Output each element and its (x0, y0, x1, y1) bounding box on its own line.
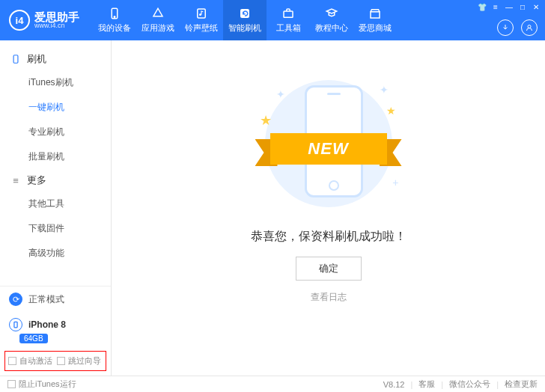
group-title: 更多 (27, 174, 46, 187)
phone-icon (10, 54, 21, 64)
flash-icon (238, 7, 252, 20)
nav-tutorials[interactable]: 教程中心 (310, 0, 353, 40)
nav-label: 教程中心 (315, 22, 348, 34)
nav-store[interactable]: 爱思商城 (353, 0, 397, 40)
more-icon: ≡ (10, 175, 21, 186)
svg-rect-8 (13, 55, 18, 64)
checkbox-label: 跳过向导 (68, 355, 101, 367)
footer-link-support[interactable]: 客服 (418, 379, 435, 390)
svg-point-1 (114, 16, 115, 18)
version-label: V8.12 (383, 380, 405, 389)
maximize-button[interactable]: □ (517, 1, 529, 13)
view-log-link[interactable]: 查看日志 (311, 291, 347, 304)
sidebar: 刷机 iTunes刷机 一键刷机 专业刷机 批量刷机 ≡ 更多 其他工具 下载固… (0, 40, 112, 376)
sidebar-group-flash[interactable]: 刷机 (0, 48, 111, 70)
nav-ringtones[interactable]: 铃声壁纸 (180, 0, 223, 40)
checkbox-label: 自动激活 (19, 355, 52, 367)
group-title: 刷机 (27, 52, 46, 66)
nav-flash[interactable]: 智能刷机 (223, 0, 267, 40)
tutorial-icon (325, 7, 338, 20)
mode-icon: ⟳ (9, 293, 22, 306)
bottom-checks-highlight: 自动激活 跳过向导 (4, 351, 106, 371)
apps-icon (151, 7, 165, 20)
nav-toolbox[interactable]: 工具箱 (267, 0, 310, 40)
auto-activate-checkbox[interactable]: 自动激活 (8, 355, 52, 367)
sidebar-group-more[interactable]: ≡ 更多 (0, 169, 111, 192)
app-name: 爱思助手 (34, 11, 79, 22)
toolbox-icon (281, 7, 295, 20)
svg-point-7 (528, 25, 531, 28)
header-right-icons (497, 19, 538, 36)
sidebar-item-advanced[interactable]: 高级功能 (0, 241, 111, 266)
svg-rect-9 (14, 322, 17, 328)
sidebar-item-download-firmware[interactable]: 下载固件 (0, 216, 111, 241)
user-icon[interactable] (521, 19, 538, 36)
device-small-icon (9, 318, 22, 331)
menu-icon[interactable]: ≡ (490, 1, 502, 13)
sidebar-item-oneclick-flash[interactable]: 一键刷机 (0, 95, 111, 120)
nav-label: 爱思商城 (359, 22, 392, 34)
mode-label: 正常模式 (28, 293, 64, 306)
nav-label: 我的设备 (98, 22, 131, 34)
device-icon (108, 7, 121, 20)
app-url: www.i4.cn (34, 22, 79, 29)
confirm-button[interactable]: 确定 (296, 257, 362, 281)
sidebar-item-pro-flash[interactable]: 专业刷机 (0, 120, 111, 144)
top-nav: 我的设备 应用游戏 铃声壁纸 智能刷机 工具箱 教程中心 爱思商城 (93, 0, 397, 40)
device-row[interactable]: iPhone 8 (0, 312, 111, 333)
shirt-icon[interactable]: 👕 (476, 1, 488, 13)
status-bar: 阻止iTunes运行 V8.12 | 客服 | 微信公众号 | 检查更新 (0, 376, 545, 392)
sidebar-bottom: ⟳ 正常模式 iPhone 8 64GB (0, 286, 111, 349)
music-icon (195, 7, 208, 20)
sidebar-item-itunes-flash[interactable]: iTunes刷机 (0, 70, 111, 95)
nav-label: 工具箱 (276, 22, 301, 34)
window-controls: 👕 ≡ — □ ✕ (476, 0, 542, 13)
checkbox-label: 阻止iTunes运行 (19, 379, 76, 390)
nav-label: 应用游戏 (141, 22, 174, 34)
success-message: 恭喜您，保资料刷机成功啦！ (251, 229, 407, 245)
nav-apps[interactable]: 应用游戏 (136, 0, 180, 40)
nav-my-device[interactable]: 我的设备 (93, 0, 136, 40)
svg-rect-6 (371, 12, 380, 18)
sidebar-item-batch-flash[interactable]: 批量刷机 (0, 144, 111, 169)
title-bar: i4 爱思助手 www.i4.cn 我的设备 应用游戏 铃声壁纸 智能刷机 工具… (0, 0, 545, 40)
mode-row[interactable]: ⟳ 正常模式 (0, 287, 111, 312)
success-illustration: ✦✦+ ★★ NEW (254, 76, 404, 211)
block-itunes-checkbox[interactable]: 阻止iTunes运行 (7, 379, 76, 390)
footer-link-update[interactable]: 检查更新 (505, 379, 538, 390)
close-button[interactable]: ✕ (530, 1, 542, 13)
nav-label: 智能刷机 (228, 22, 261, 34)
main-panel: ✦✦+ ★★ NEW 恭喜您，保资料刷机成功啦！ 确定 查看日志 (112, 40, 545, 376)
svg-rect-5 (284, 11, 293, 17)
sidebar-item-other-tools[interactable]: 其他工具 (0, 192, 111, 216)
footer-link-wechat[interactable]: 微信公众号 (449, 379, 490, 390)
download-icon[interactable] (497, 19, 514, 36)
nav-label: 铃声壁纸 (185, 22, 218, 34)
logo-area: i4 爱思助手 www.i4.cn (0, 10, 87, 31)
minimize-button[interactable]: — (503, 1, 515, 13)
device-name: iPhone 8 (28, 319, 66, 330)
storage-badge: 64GB (19, 334, 48, 343)
skip-wizard-checkbox[interactable]: 跳过向导 (57, 355, 101, 367)
store-icon (368, 7, 382, 20)
ribbon-text: NEW (270, 133, 387, 165)
logo-icon: i4 (9, 10, 30, 31)
